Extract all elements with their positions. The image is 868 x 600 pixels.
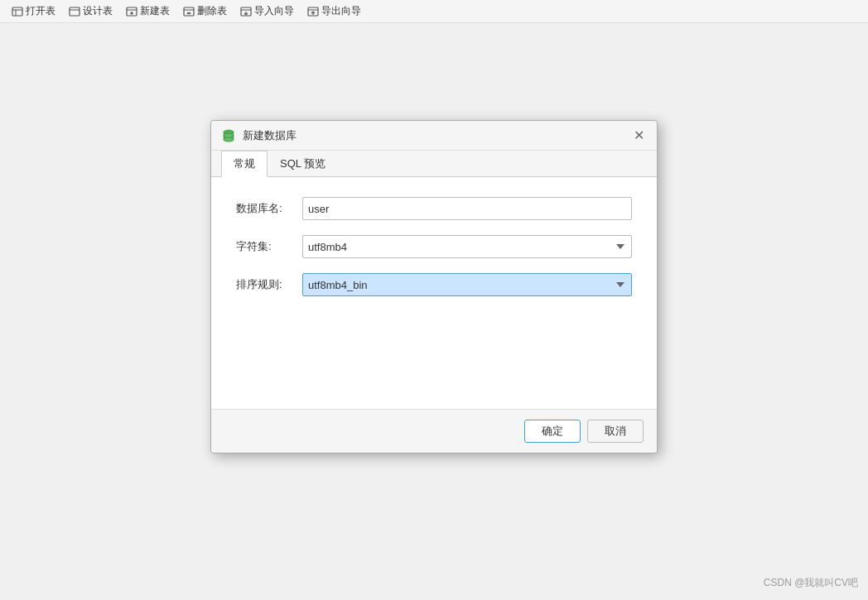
new-database-dialog: 新建数据库 ✕ 常规 SQL 预览 数据库名: — [210, 120, 658, 454]
delete-icon — [183, 6, 195, 17]
toolbar-import-wizard[interactable]: 导入向导 — [235, 2, 299, 20]
collation-label: 排序规则: — [236, 277, 302, 292]
charset-label: 字符集: — [236, 239, 302, 254]
toolbar-new-table[interactable]: 新建表 — [121, 2, 175, 20]
charset-select[interactable]: utf8mb4 utf8 latin1 gbk ascii — [302, 235, 632, 258]
tab-general[interactable]: 常规 — [221, 151, 268, 177]
close-button[interactable]: ✕ — [630, 127, 647, 144]
toolbar-export-wizard-label: 导出向导 — [321, 4, 361, 18]
confirm-button[interactable]: 确定 — [524, 420, 581, 443]
toolbar-export-wizard[interactable]: 导出向导 — [302, 2, 366, 20]
toolbar-new-table-label: 新建表 — [140, 4, 170, 18]
export-icon — [307, 6, 319, 17]
db-name-label: 数据库名: — [236, 201, 302, 216]
dialog-footer: 确定 取消 — [211, 409, 657, 453]
svg-rect-3 — [70, 7, 80, 16]
dialog-overlay: 新建数据库 ✕ 常规 SQL 预览 数据库名: — [0, 23, 868, 600]
svg-rect-9 — [184, 7, 194, 16]
toolbar-delete-table[interactable]: 删除表 — [178, 2, 232, 20]
toolbar-delete-table-label: 删除表 — [197, 4, 227, 18]
db-name-input[interactable] — [302, 197, 632, 220]
db-name-row: 数据库名: — [236, 197, 632, 220]
dialog-titlebar: 新建数据库 ✕ — [211, 121, 657, 151]
toolbar-import-wizard-label: 导入向导 — [254, 4, 294, 18]
table-open-icon — [12, 6, 23, 17]
dialog-tabs: 常规 SQL 预览 — [211, 151, 657, 177]
dialog-title-text: 新建数据库 — [243, 128, 297, 143]
collation-row: 排序规则: utf8mb4_bin utf8mb4_general_ci utf… — [236, 273, 632, 296]
toolbar-design-table-label: 设计表 — [83, 4, 113, 18]
cancel-button[interactable]: 取消 — [587, 420, 644, 443]
toolbar: 打开表 设计表 新建表 — [0, 0, 868, 23]
dialog-title-left: 新建数据库 — [221, 128, 297, 143]
design-icon — [69, 6, 80, 17]
toolbar-open-table-label: 打开表 — [26, 4, 55, 18]
tab-sql-preview[interactable]: SQL 预览 — [268, 151, 338, 177]
svg-point-21 — [224, 137, 234, 142]
database-icon — [221, 128, 236, 143]
toolbar-open-table[interactable]: 打开表 — [7, 2, 60, 20]
import-icon — [240, 6, 252, 17]
charset-row: 字符集: utf8mb4 utf8 latin1 gbk ascii — [236, 235, 632, 258]
collation-select[interactable]: utf8mb4_bin utf8mb4_general_ci utf8mb4_u… — [302, 273, 632, 296]
toolbar-design-table[interactable]: 设计表 — [64, 2, 118, 20]
new-table-icon — [126, 6, 137, 17]
main-area: CSDN @我就叫CV吧 新建数据库 ✕ — [0, 23, 868, 600]
dialog-content: 数据库名: 字符集: utf8mb4 utf8 latin1 gbk ascii — [211, 177, 657, 409]
svg-rect-0 — [12, 7, 22, 16]
